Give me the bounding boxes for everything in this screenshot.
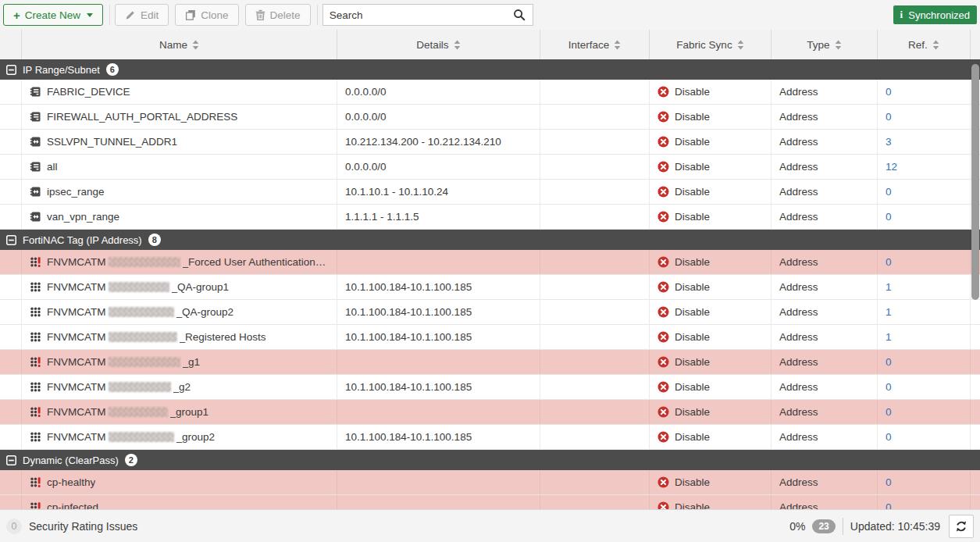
- row-select-cell[interactable]: [0, 300, 22, 324]
- type-cell: Address: [772, 495, 878, 509]
- name-cell[interactable]: ipsec_range: [22, 180, 337, 204]
- table-row[interactable]: FNVMCATM_Registered Hosts10.1.100.184-10…: [0, 325, 980, 350]
- row-select-cell[interactable]: [0, 400, 22, 424]
- sort-icon[interactable]: [614, 40, 621, 50]
- clone-button[interactable]: Clone: [175, 4, 238, 26]
- edit-label: Edit: [141, 9, 159, 21]
- vertical-scrollbar[interactable]: [971, 64, 979, 300]
- ref-cell[interactable]: 0: [878, 350, 971, 374]
- group-header[interactable]: IP Range/Subnet6: [0, 59, 980, 80]
- table-row[interactable]: cp-infectedDisableAddress0: [0, 495, 980, 509]
- row-select-cell[interactable]: [0, 250, 22, 274]
- disable-icon: [657, 211, 669, 223]
- name-cell[interactable]: FNVMCATM_g1: [22, 350, 337, 374]
- search-icon[interactable]: [506, 9, 533, 21]
- ref-cell[interactable]: 0: [878, 495, 971, 509]
- table-row[interactable]: ipsec_range10.1.10.1 - 10.1.10.24Disable…: [0, 180, 980, 205]
- collapse-icon: [6, 65, 16, 75]
- name-cell[interactable]: van_vpn_range: [22, 205, 337, 229]
- name-cell[interactable]: all: [22, 155, 337, 179]
- ref-cell[interactable]: 0: [878, 250, 971, 274]
- ref-cell[interactable]: 0: [878, 205, 971, 229]
- ref-cell[interactable]: 1: [878, 325, 971, 349]
- sort-icon[interactable]: [737, 40, 744, 50]
- name-cell[interactable]: FNVMCATM_QA-group2: [22, 300, 337, 324]
- row-select-cell[interactable]: [0, 350, 22, 374]
- sort-icon[interactable]: [932, 40, 939, 50]
- row-select-cell[interactable]: [0, 470, 22, 494]
- ref-cell[interactable]: 12: [878, 155, 971, 179]
- name-cell[interactable]: FNVMCATM_g2: [22, 375, 337, 399]
- table-row[interactable]: SSLVPN_TUNNEL_ADDR110.212.134.200 - 10.2…: [0, 130, 980, 155]
- table-row[interactable]: FIREWALL_AUTH_PORTAL_ADDRESS0.0.0.0/0Dis…: [0, 105, 980, 130]
- ref-cell[interactable]: 0: [878, 470, 971, 494]
- column-header-name[interactable]: Name: [22, 30, 337, 59]
- row-select-cell[interactable]: [0, 375, 22, 399]
- security-rating-label[interactable]: Security Rating Issues: [29, 520, 137, 533]
- table-row[interactable]: FNVMCATM_Forced User Authentication Ex..…: [0, 250, 980, 275]
- name-cell[interactable]: SSLVPN_TUNNEL_ADDR1: [22, 130, 337, 154]
- name-cell[interactable]: FNVMCATM_Forced User Authentication Ex..…: [22, 250, 337, 274]
- column-header-details[interactable]: Details: [337, 30, 540, 59]
- column-header-fabric-sync[interactable]: Fabric Sync: [650, 30, 772, 59]
- row-select-cell[interactable]: [0, 325, 22, 349]
- name-cell[interactable]: cp-infected: [22, 495, 337, 509]
- interface-cell: [540, 130, 650, 154]
- table-row[interactable]: van_vpn_range1.1.1.1 - 1.1.1.5DisableAdd…: [0, 205, 980, 230]
- ref-cell[interactable]: 3: [878, 130, 971, 154]
- table-row[interactable]: FNVMCATM_group210.1.100.184-10.1.100.185…: [0, 425, 980, 450]
- sort-icon[interactable]: [454, 40, 461, 50]
- table-row[interactable]: FNVMCATM_g1DisableAddress0: [0, 350, 980, 375]
- group-header[interactable]: Dynamic (ClearPass)2: [0, 450, 980, 470]
- group-label: Dynamic (ClearPass): [23, 455, 119, 466]
- sort-icon[interactable]: [835, 40, 842, 50]
- edit-button[interactable]: Edit: [115, 4, 169, 26]
- name-cell[interactable]: FABRIC_DEVICE: [22, 80, 337, 104]
- row-select-cell[interactable]: [0, 495, 22, 509]
- name-cell[interactable]: FNVMCATM_Registered Hosts: [22, 325, 337, 349]
- delete-button[interactable]: Delete: [245, 4, 311, 26]
- row-select-cell[interactable]: [0, 155, 22, 179]
- ref-cell[interactable]: 0: [878, 105, 971, 129]
- disable-icon: [657, 331, 669, 343]
- ref-cell[interactable]: 0: [878, 400, 971, 424]
- name-cell[interactable]: FNVMCATM_QA-group1: [22, 275, 337, 299]
- row-select-cell[interactable]: [0, 80, 22, 104]
- ref-cell[interactable]: 0: [878, 180, 971, 204]
- refresh-button[interactable]: [949, 515, 974, 538]
- row-select-cell[interactable]: [0, 130, 22, 154]
- row-select-cell[interactable]: [0, 425, 22, 449]
- table-row[interactable]: FNVMCATM_QA-group210.1.100.184-10.1.100.…: [0, 300, 980, 325]
- details-cell: [337, 470, 540, 494]
- ref-cell[interactable]: 0: [878, 425, 971, 449]
- name-cell[interactable]: FNVMCATM_group1: [22, 400, 337, 424]
- name-cell[interactable]: FIREWALL_AUTH_PORTAL_ADDRESS: [22, 105, 337, 129]
- row-select-cell[interactable]: [0, 105, 22, 129]
- ref-cell[interactable]: 1: [878, 300, 971, 324]
- table-row[interactable]: FNVMCATM_QA-group110.1.100.184-10.1.100.…: [0, 275, 980, 300]
- ref-cell[interactable]: 1: [878, 275, 971, 299]
- column-header-interface[interactable]: Interface: [540, 30, 650, 59]
- table-row[interactable]: cp-healthyDisableAddress0: [0, 470, 980, 495]
- table-row[interactable]: FNVMCATM_g210.1.100.184-10.1.100.185Disa…: [0, 375, 980, 400]
- search-input[interactable]: [323, 9, 506, 21]
- sort-icon[interactable]: [192, 40, 199, 50]
- table-row[interactable]: FNVMCATM_group1DisableAddress0: [0, 400, 980, 425]
- redacted-text: [109, 307, 174, 317]
- row-select-cell[interactable]: [0, 180, 22, 204]
- ref-cell[interactable]: 0: [878, 375, 971, 399]
- name-cell[interactable]: FNVMCATM_group2: [22, 425, 337, 449]
- table-row[interactable]: all0.0.0.0/0DisableAddress12: [0, 155, 980, 180]
- type-cell: Address: [772, 325, 878, 349]
- name-cell[interactable]: cp-healthy: [22, 470, 337, 494]
- table-row[interactable]: FABRIC_DEVICE0.0.0.0/0DisableAddress0: [0, 80, 980, 105]
- ref-cell[interactable]: 0: [878, 80, 971, 104]
- group-count-badge: 2: [125, 454, 137, 466]
- column-header-ref[interactable]: Ref.: [878, 30, 971, 59]
- row-select-cell[interactable]: [0, 275, 22, 299]
- group-header[interactable]: FortiNAC Tag (IP Address)8: [0, 230, 980, 250]
- tag-icon: [30, 281, 41, 293]
- row-select-cell[interactable]: [0, 205, 22, 229]
- column-header-type[interactable]: Type: [772, 30, 878, 59]
- create-new-button[interactable]: + Create New: [3, 4, 103, 26]
